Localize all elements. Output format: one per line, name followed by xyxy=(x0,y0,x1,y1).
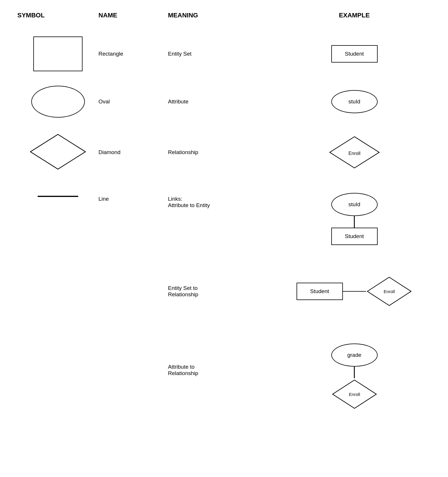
table-row: Rectangle Entity Set Student xyxy=(17,31,431,77)
spacer xyxy=(17,251,431,268)
svg-text:Enroll: Enroll xyxy=(348,151,360,156)
example-cell-line: stuId Student xyxy=(278,190,431,248)
symbol-cell-rectangle xyxy=(17,34,98,74)
example-rect-student: Student xyxy=(331,45,378,63)
symbol-cell-oval xyxy=(17,83,98,120)
svg-text:Enroll: Enroll xyxy=(349,392,360,397)
name-cell-rectangle: Rectangle xyxy=(98,48,168,60)
vertical-connector-line xyxy=(354,216,355,228)
example-oval-grade: grade xyxy=(331,343,378,367)
symbol-cell-line xyxy=(17,190,98,200)
table-row: Diamond Relationship Enroll xyxy=(17,126,431,178)
symbol-cell-entity-rel xyxy=(17,288,98,294)
header-name: NAME xyxy=(98,12,168,19)
svg-text:Enroll: Enroll xyxy=(383,289,395,294)
meaning-cell-diamond: Relationship xyxy=(168,146,278,158)
entity-rel-diagram: Student Enroll xyxy=(297,275,412,307)
table-header: SYMBOL NAME MEANING EXAMPLE xyxy=(17,12,431,22)
example-oval-stuid-line: stuId xyxy=(331,193,378,216)
table-row: Entity Set to Relationship Student Enrol… xyxy=(17,268,431,315)
example-cell-attr-rel: grade Enroll xyxy=(278,341,431,413)
spacer xyxy=(17,317,431,335)
oval-symbol xyxy=(31,86,85,118)
diamond-symbol xyxy=(29,133,87,172)
symbol-cell-diamond xyxy=(17,130,98,175)
header-symbol: SYMBOL xyxy=(17,12,98,19)
entity-rel-connector xyxy=(343,291,366,292)
example-cell-diamond: Enroll xyxy=(278,132,431,173)
rectangle-symbol xyxy=(33,36,83,71)
example-cell-oval: stuId xyxy=(278,87,431,116)
meaning-cell-attr-rel: Attribute to Relationship xyxy=(168,341,278,379)
svg-marker-0 xyxy=(30,134,85,169)
example-rect-student-line: Student xyxy=(331,228,378,245)
table-row: Line Links: Attribute to Entity stuId St… xyxy=(17,181,431,248)
example-cell-entity-rel: Student Enroll xyxy=(278,273,431,310)
name-cell-oval: Oval xyxy=(98,96,168,108)
header-example: EXAMPLE xyxy=(278,12,431,19)
example-cell-rectangle: Student xyxy=(278,42,431,65)
meaning-cell-rectangle: Entity Set xyxy=(168,48,278,60)
symbol-cell-attr-rel xyxy=(17,341,98,346)
name-cell-diamond: Diamond xyxy=(98,146,168,158)
line-example-diagram: stuId Student xyxy=(331,193,378,245)
attr-rel-diagram: grade Enroll xyxy=(331,343,378,410)
meaning-cell-line: Links: Attribute to Entity xyxy=(168,190,278,211)
table-row: Oval Attribute stuId xyxy=(17,80,431,123)
example-rect-student-er: Student xyxy=(297,283,343,300)
attr-rel-connector xyxy=(354,367,355,378)
meaning-cell-oval: Attribute xyxy=(168,96,278,108)
line-symbol xyxy=(38,196,78,197)
header-meaning: MEANING xyxy=(168,12,278,19)
page: SYMBOL NAME MEANING EXAMPLE Rectangle En… xyxy=(0,0,448,477)
example-oval-stuid: stuId xyxy=(331,90,378,113)
name-cell-line: Line xyxy=(98,190,168,205)
meaning-cell-entity-rel: Entity Set to Relationship xyxy=(168,282,278,301)
table-row: Attribute to Relationship grade Enroll xyxy=(17,335,431,413)
